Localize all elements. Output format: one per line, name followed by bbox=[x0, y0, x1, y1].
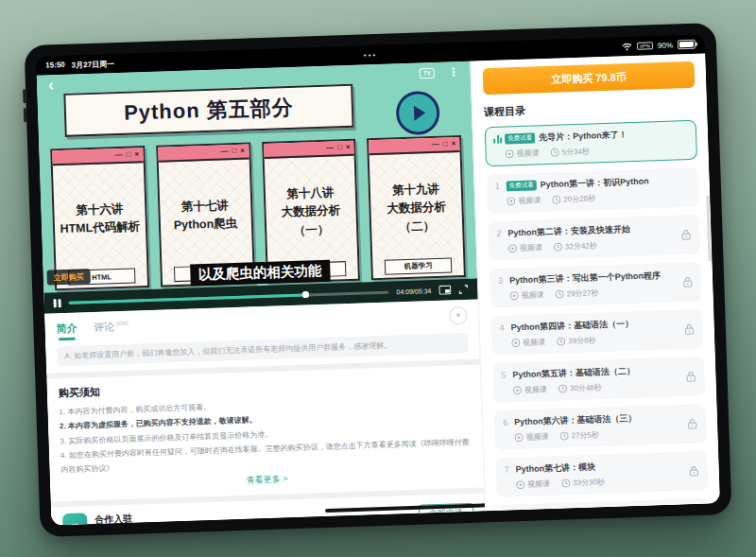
course-index: 1 bbox=[495, 181, 507, 190]
video-type-icon bbox=[511, 339, 520, 347]
clock-icon bbox=[558, 384, 567, 392]
partnership-title: 合作入驻 bbox=[94, 511, 193, 526]
video-type-icon bbox=[508, 244, 517, 252]
lock-icon bbox=[689, 465, 699, 477]
video-type-icon bbox=[513, 386, 522, 394]
course-item[interactable]: 7 Python第七讲：模块 视频课 33分30秒 bbox=[495, 451, 708, 497]
trial-badge: 免费试看 bbox=[507, 180, 537, 191]
course-title: Python第一讲：初识Python bbox=[541, 175, 649, 191]
card-title-line: 第十九讲 bbox=[392, 181, 440, 200]
course-item[interactable]: 5 Python第五讲：基础语法（二） 视频课 30分48秒 bbox=[492, 357, 705, 403]
course-index: 5 bbox=[501, 370, 512, 379]
pip-icon[interactable] bbox=[438, 285, 451, 294]
course-item[interactable]: 3 Python第三讲：写出第一个Python程序 视频课 29分27秒 bbox=[490, 262, 702, 308]
course-title: Python第八讲：Python绘图 bbox=[517, 507, 626, 511]
video-subtitle: 以及爬虫的相关功能 bbox=[190, 260, 331, 287]
card-title-line: 大数据分析 bbox=[281, 202, 340, 222]
lock-icon bbox=[685, 371, 696, 382]
course-item[interactable]: 2 Python第二讲：安装及快速开始 视频课 32分42秒 bbox=[488, 215, 700, 261]
scrollbar[interactable] bbox=[706, 195, 711, 261]
pause-icon[interactable] bbox=[53, 299, 60, 307]
minimize-icon: — bbox=[326, 144, 334, 151]
status-date: 3月27日周一 bbox=[72, 59, 115, 70]
course-title: Python第三讲：写出第一个Python程序 bbox=[509, 270, 661, 287]
clock-icon bbox=[559, 431, 568, 440]
course-duration: 5分34秒 bbox=[561, 147, 590, 158]
clock-icon bbox=[554, 243, 562, 252]
fullscreen-icon[interactable] bbox=[458, 285, 468, 294]
course-index: 7 bbox=[505, 464, 516, 474]
battery-icon bbox=[678, 40, 696, 50]
close-icon: × bbox=[134, 150, 139, 158]
restore-icon: □ bbox=[232, 148, 236, 155]
course-list: 免费试看 先导片：Python来了！ 视频课 5分34秒 1 免费试看 Pyth… bbox=[485, 120, 711, 512]
minimize-icon: — bbox=[115, 151, 123, 159]
tab-intro[interactable]: 简介 bbox=[56, 321, 77, 336]
purchase-notes-section: 购买须知 1. 本内容为付费内容，购买成功后方可观看。2. 本内容为虚拟服务，已… bbox=[46, 365, 484, 502]
lock-icon bbox=[682, 276, 693, 287]
video-type-icon bbox=[516, 480, 524, 489]
course-title: Python第七讲：模块 bbox=[516, 461, 596, 476]
wifi-icon bbox=[621, 42, 631, 50]
qa-note: A: 如老师设置用户群，我们将邀您加入，但我们无法承诺所有老师均提供用户群服务，… bbox=[57, 333, 468, 367]
card-title-line: 第十六讲 bbox=[76, 200, 124, 220]
course-item[interactable]: 1 免费试看 Python第一讲：初识Python 视频课 20分28秒 bbox=[486, 167, 698, 214]
course-type: 视频课 bbox=[520, 242, 542, 253]
course-title: Python第六讲：基础语法（三） bbox=[514, 412, 637, 428]
course-type: 视频课 bbox=[516, 148, 539, 159]
video-slide-card: — □ × 第十九讲大数据分析（二） 机器学习 bbox=[367, 135, 466, 280]
course-type: 视频课 bbox=[527, 479, 550, 490]
vpn-badge: VPN bbox=[636, 42, 653, 50]
course-item[interactable]: 免费试看 先导片：Python来了！ 视频课 5分34秒 bbox=[485, 120, 697, 166]
course-index: 3 bbox=[498, 275, 509, 285]
close-icon: × bbox=[451, 140, 455, 148]
battery-percent: 90% bbox=[658, 41, 673, 50]
tv-cast-icon[interactable]: TV bbox=[420, 67, 435, 78]
card-title-line: （二） bbox=[399, 218, 435, 237]
course-duration: 27分5秒 bbox=[571, 429, 599, 441]
close-icon: × bbox=[240, 148, 245, 155]
back-icon[interactable]: ‹ bbox=[48, 78, 54, 92]
trial-badge: 免费试看 bbox=[505, 132, 535, 144]
partnership-icon: ♥ bbox=[62, 513, 88, 525]
minimize-icon: — bbox=[220, 148, 228, 155]
minimize-icon: — bbox=[432, 141, 439, 148]
share-icon[interactable]: ➤ bbox=[449, 305, 468, 324]
course-item[interactable]: 6 Python第六讲：基础语法（三） 视频课 27分5秒 bbox=[494, 404, 707, 450]
lock-icon bbox=[684, 323, 695, 335]
course-index: 4 bbox=[500, 322, 511, 332]
status-time: 15:50 bbox=[45, 60, 65, 71]
progress-fill bbox=[68, 293, 305, 304]
video-type-icon bbox=[506, 149, 514, 158]
buy-now-button[interactable]: 立即购买 79.8币 bbox=[483, 61, 696, 95]
course-type: 视频课 bbox=[521, 289, 543, 301]
course-title: Python第二讲：安装及快速开始 bbox=[507, 223, 630, 239]
lock-icon bbox=[680, 229, 691, 240]
video-player[interactable]: ‹ TV ⋮ Python 第五部分 — □ × 第十六讲HTML代码解析 HT… bbox=[37, 61, 478, 314]
course-item[interactable]: 4 Python第四讲：基础语法（一） 视频课 39分8秒 bbox=[490, 309, 703, 356]
course-index: 2 bbox=[496, 228, 507, 237]
course-title: Python第四讲：基础语法（一） bbox=[511, 318, 634, 334]
progress-knob[interactable] bbox=[302, 291, 309, 298]
clock-icon bbox=[561, 479, 570, 487]
floating-buy-chip[interactable]: 立即购买 bbox=[46, 269, 91, 286]
tab-comments[interactable]: 评论1045 bbox=[94, 319, 129, 334]
progress-bar[interactable] bbox=[68, 290, 388, 304]
kebab-menu-icon[interactable]: ⋮ bbox=[448, 67, 459, 77]
course-index: 6 bbox=[503, 417, 514, 426]
play-button[interactable] bbox=[395, 91, 439, 135]
course-title: 先导片：Python来了！ bbox=[539, 129, 627, 144]
course-duration: 39分8秒 bbox=[568, 335, 596, 346]
volume-up-button bbox=[23, 89, 26, 103]
card-title-line: Python爬虫 bbox=[174, 215, 238, 235]
tablet-screen: 15:50 3月27日周一 ••• VPN 90% ‹ bbox=[36, 34, 720, 525]
purchase-notes-list: 1. 本内容为付费内容，购买成功后方可观看。2. 本内容为虚拟服务，已购买内容不… bbox=[59, 392, 472, 477]
course-item[interactable]: 8 Python第八讲：Python绘图 视频课 31分55秒 bbox=[497, 498, 710, 512]
video-type-icon bbox=[509, 291, 518, 300]
restore-icon: □ bbox=[127, 151, 131, 159]
card-title-line: 大数据分析 bbox=[387, 199, 446, 218]
clock-icon bbox=[552, 196, 560, 204]
course-title: Python第五讲：基础语法（二） bbox=[512, 365, 635, 381]
course-duration: 29分27秒 bbox=[566, 287, 598, 299]
restore-icon: □ bbox=[337, 144, 342, 151]
